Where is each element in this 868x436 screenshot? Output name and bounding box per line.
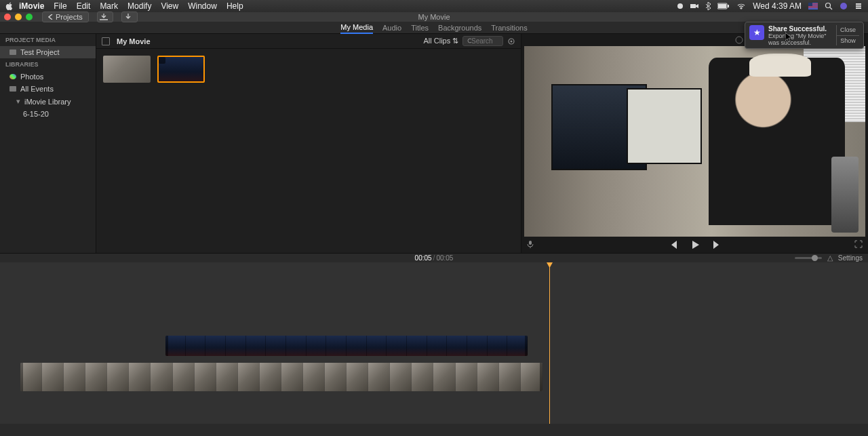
status-bluetooth-icon[interactable] — [705, 2, 711, 10]
svg-point-11 — [826, 3, 831, 8]
notification-message: Exporting "My Movie" was successful. — [768, 33, 836, 46]
window-close-button[interactable] — [4, 14, 11, 20]
svg-rect-1 — [690, 4, 696, 8]
clip-trim-handle-left[interactable] — [165, 336, 168, 356]
timeline-clip-main[interactable] — [20, 363, 542, 391]
clip-thumbnail[interactable] — [103, 56, 151, 83]
sidebar-item-label: Photos — [20, 73, 43, 81]
import-button[interactable] — [97, 12, 113, 22]
window-minimize-button[interactable] — [15, 14, 22, 20]
timeline-zoom-slider[interactable] — [795, 257, 822, 259]
play-button[interactable] — [690, 240, 700, 250]
menubar-clock[interactable]: Wed 4:39 AM — [753, 1, 802, 11]
svg-point-21 — [736, 37, 743, 43]
timeline[interactable] — [0, 262, 868, 424]
sidebar-item-imovie-library[interactable]: ▾ iMovie Library — [0, 95, 96, 108]
menubar-view[interactable]: View — [161, 1, 178, 11]
disclosure-triangle-icon[interactable]: ▾ — [16, 97, 20, 106]
svg-rect-10 — [808, 3, 812, 6]
timeline-clip-overlay[interactable] — [165, 336, 528, 356]
clip-trim-handle-right[interactable] — [540, 363, 542, 391]
media-tabs: My Media Audio Titles Backgrounds Transi… — [0, 22, 868, 34]
timecode-bar: 00:05 / 00:05 △ Settings — [0, 253, 868, 262]
tab-transitions[interactable]: Transitions — [491, 22, 527, 33]
preview-viewer[interactable] — [524, 46, 865, 237]
notification-close-button[interactable]: Close — [837, 25, 859, 36]
color-balance-icon[interactable] — [735, 36, 743, 44]
menubar-mark[interactable]: Mark — [100, 1, 118, 11]
window-title: My Movie — [418, 13, 450, 21]
notification-show-button[interactable]: Show — [837, 36, 859, 46]
sidebar-project-label: Test Project — [20, 48, 59, 56]
browser-settings-icon[interactable] — [507, 37, 515, 45]
photos-icon — [9, 74, 16, 79]
tab-audio[interactable]: Audio — [382, 22, 401, 33]
clip-trim-handle-right[interactable] — [525, 336, 528, 356]
svg-point-0 — [677, 3, 683, 9]
chevron-updown-icon: ⇅ — [452, 37, 458, 45]
sidebar-item-all-events[interactable]: All Events — [0, 83, 96, 95]
sidebar-section-project-media: PROJECT MEDIA — [0, 34, 96, 46]
tab-my-media[interactable]: My Media — [340, 22, 373, 34]
menubar-help[interactable]: Help — [226, 1, 243, 11]
snap-icon[interactable]: △ — [827, 254, 833, 262]
svg-rect-3 — [718, 4, 726, 8]
svg-rect-16 — [856, 7, 861, 9]
grid-view-icon[interactable] — [102, 37, 110, 45]
apple-logo-icon[interactable] — [5, 2, 14, 10]
menubar-file[interactable]: File — [54, 1, 66, 11]
status-camera-icon[interactable] — [690, 3, 698, 9]
status-wifi-icon[interactable] — [736, 3, 746, 9]
share-notification: Share Successful. Exporting "My Movie" w… — [745, 22, 864, 49]
clip-filter-dropdown[interactable]: All Clips ⇅ — [423, 37, 458, 45]
search-field[interactable] — [462, 36, 503, 46]
svg-point-13 — [840, 3, 847, 9]
menubar-app-name[interactable]: iMovie — [19, 1, 44, 11]
tab-backgrounds[interactable]: Backgrounds — [438, 22, 481, 33]
status-spotlight-icon[interactable] — [825, 2, 833, 10]
svg-point-20 — [511, 40, 513, 42]
sidebar-project-item[interactable]: Test Project — [0, 46, 96, 58]
status-record-icon[interactable] — [677, 3, 684, 9]
film-icon — [9, 49, 16, 55]
browser-title: My Movie — [117, 37, 151, 45]
svg-rect-15 — [856, 5, 861, 7]
search-input[interactable] — [471, 37, 498, 45]
timeline-settings-button[interactable]: Settings — [838, 254, 863, 262]
sidebar-item-event-date[interactable]: 6-15-20 — [0, 108, 96, 120]
prev-frame-button[interactable] — [669, 241, 678, 249]
voiceover-icon[interactable] — [527, 240, 534, 250]
svg-rect-8 — [808, 6, 818, 7]
tab-titles[interactable]: Titles — [411, 22, 429, 33]
events-icon — [9, 86, 16, 92]
svg-rect-32 — [529, 241, 532, 245]
clip-trim-handle-left[interactable] — [20, 363, 23, 391]
window-zoom-button[interactable] — [26, 14, 33, 20]
sidebar-item-label: iMovie Library — [24, 98, 71, 106]
download-button[interactable] — [121, 12, 138, 22]
macos-menubar: iMovie File Edit Mark Modify View Window… — [0, 0, 868, 12]
preview-pane: i — [521, 34, 868, 253]
svg-rect-9 — [808, 7, 818, 8]
next-frame-button[interactable] — [712, 241, 722, 249]
mouse-cursor-icon — [785, 33, 792, 42]
playhead[interactable] — [549, 262, 550, 424]
status-siri-icon[interactable] — [840, 2, 848, 10]
menubar-edit[interactable]: Edit — [77, 1, 91, 11]
window-header: Projects My Movie — [0, 12, 868, 22]
sidebar-item-photos[interactable]: Photos — [0, 71, 96, 83]
clip-thumbnail[interactable] — [157, 56, 205, 83]
svg-rect-4 — [728, 5, 729, 7]
sidebar-section-libraries: LIBRARIES — [0, 58, 96, 71]
duration-timecode: 00:05 — [436, 254, 453, 262]
menubar-window[interactable]: Window — [188, 1, 217, 11]
status-flag-icon[interactable] — [808, 3, 818, 9]
sidebar-item-label: All Events — [20, 85, 54, 93]
sidebar-item-label: 6-15-20 — [23, 110, 49, 118]
status-battery-icon[interactable] — [717, 3, 730, 9]
fullscreen-icon[interactable] — [854, 240, 863, 250]
menubar-modify[interactable]: Modify — [127, 1, 151, 11]
status-notification-center-icon[interactable] — [854, 2, 863, 10]
media-browser: My Movie All Clips ⇅ — [96, 34, 521, 253]
back-projects-button[interactable]: Projects — [42, 12, 89, 22]
